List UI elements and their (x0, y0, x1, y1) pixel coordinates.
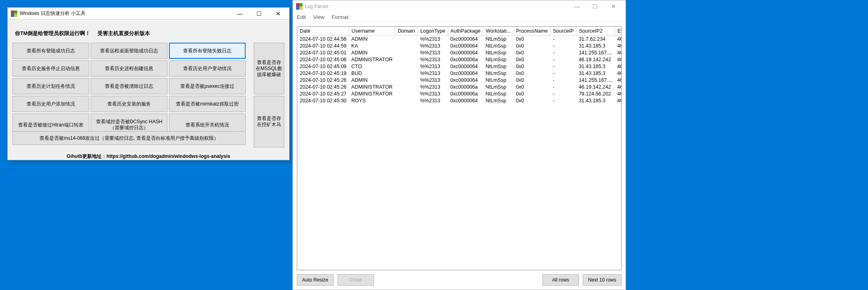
maximize-button[interactable]: ☐ (253, 10, 265, 18)
table-cell: 4625 (615, 49, 622, 56)
table-cell: - (550, 56, 576, 63)
column-header[interactable]: EventID (615, 27, 622, 35)
btn-process-create[interactable]: 查看历史进程创建信息 (91, 60, 167, 77)
column-header[interactable]: Date (297, 27, 349, 35)
table-cell: 31.7.62.234 (576, 35, 615, 42)
app-icon (296, 3, 303, 10)
btn-user-changes[interactable]: 查看历史用户变动情况 (169, 60, 246, 77)
table-cell: - (550, 97, 576, 104)
column-header[interactable]: Workstati... (483, 27, 513, 35)
table-cell: 0x0 (513, 83, 551, 90)
all-rows-button[interactable]: All rows (542, 274, 579, 286)
table-cell: 2024-07-10 02:45:30 (297, 97, 349, 104)
table-cell: - (550, 42, 576, 49)
menu-format[interactable]: Format (332, 14, 348, 20)
log-analyzer-window: Windows 日志快速分析 小工具 — ☐ ✕ 你TM倒是给管理员权限运行啊！… (7, 7, 290, 160)
table-cell: - (550, 83, 576, 90)
table-cell: - (550, 63, 576, 70)
column-header[interactable]: LogonType (417, 27, 448, 35)
table-row[interactable]: 2024-07-10 02:45:19BUD%%23130xc0000064Nt… (297, 70, 622, 77)
btn-mining-trojan[interactable]: 查看是否存在挖矿木马 (254, 96, 284, 147)
window-title: Log Parser (305, 4, 568, 9)
table-cell: NtLmSsp (483, 49, 513, 56)
btn-rdp-login-success[interactable]: 查看远程桌面登陆成功日志 (91, 43, 167, 59)
table-cell: 0x0 (513, 49, 551, 56)
table-cell: 0x0 (513, 77, 551, 83)
column-header[interactable]: ProcessName (513, 27, 551, 35)
minimize-button[interactable]: — (568, 1, 586, 12)
table-cell: NtLmSsp (483, 77, 513, 83)
titlebar[interactable]: Windows 日志快速分析 小工具 — ☐ ✕ (8, 8, 289, 20)
table-cell: - (550, 49, 576, 56)
btn-ms14-068[interactable]: 查看是否被ms14-068攻击过（需要域控日志, 查看是否向标准用户授予高级别权… (13, 131, 246, 145)
table-cell: 2024-07-10 02:45:19 (297, 70, 349, 77)
table-cell: 0xc0000064 (448, 49, 483, 56)
table-cell: - (550, 35, 576, 42)
table-cell: 4625 (615, 83, 622, 90)
btn-mimikatz[interactable]: 查看是否被mimikatz抓取过密 (169, 96, 246, 112)
btn-service-startstop[interactable]: 查看历史服务停止启动信息 (13, 60, 89, 77)
table-cell: 0xc0000064 (448, 63, 483, 70)
table-cell: %%2313 (417, 70, 448, 77)
btn-login-success[interactable]: 查看所有登陆成功日志 (13, 43, 89, 59)
table-cell: 0x0 (513, 35, 551, 42)
table-cell (395, 90, 417, 97)
table-row[interactable]: 2024-07-10 02:45:27ADMINISTRATOR%%23130x… (297, 90, 622, 97)
minimize-button[interactable]: — (234, 10, 246, 18)
table-cell: KA (349, 42, 395, 49)
close-button[interactable]: ✕ (604, 1, 622, 12)
table-row[interactable]: 2024-07-10 02:45:01ADMIN%%23130xc0000064… (297, 49, 622, 56)
column-header[interactable]: Username (349, 27, 395, 35)
btn-psexec[interactable]: 查看是否被psexec连接过 (169, 78, 246, 94)
table-cell: 4625 (615, 35, 622, 42)
table-row[interactable]: 2024-07-10 02:45:26ADMIN%%23130xc0000064… (297, 77, 622, 83)
next-10-rows-button[interactable]: Next 10 rows (583, 274, 622, 286)
table-cell: 4625 (615, 70, 622, 77)
table-cell: BUD (349, 70, 395, 77)
btn-login-fail[interactable]: 查看所有登陆失败日志 (169, 43, 246, 59)
github-url[interactable]: https://github.com/dogadmin/windodws-log… (106, 153, 230, 159)
table-cell: 4625 (615, 90, 622, 97)
app-icon (11, 10, 17, 17)
maximize-button[interactable]: ☐ (586, 1, 604, 12)
table-cell: 46.19.142.242 (576, 56, 615, 63)
column-header[interactable]: SourceIP (550, 27, 576, 35)
close-button[interactable]: ✕ (272, 10, 284, 18)
btn-log-cleared[interactable]: 查看是否被清除过日志 (91, 78, 167, 94)
table-cell: NtLmSsp (483, 70, 513, 77)
table-row[interactable]: 2024-07-10 02:45:09CTO%%23130xc0000064Nt… (297, 63, 622, 70)
table-cell: 0xc0000064 (448, 77, 483, 83)
btn-mssql-brute[interactable]: 查看是否存在MSSQL数据库被爆破 (254, 43, 284, 94)
table-cell: - (550, 90, 576, 97)
table-cell (395, 42, 417, 49)
menu-view[interactable]: View (313, 14, 324, 20)
auto-resize-button[interactable]: Auto Resize (297, 274, 334, 286)
table-cell: 2024-07-10 02:45:09 (297, 63, 349, 70)
menu-edit[interactable]: Edit (297, 14, 306, 20)
btn-installed-services[interactable]: 查看历史安装的服务 (91, 96, 167, 112)
table-cell: NtLmSsp (483, 56, 513, 63)
column-header[interactable]: AuthPackage (448, 27, 483, 35)
table-row[interactable]: 2024-07-10 02:45:26ADMINISTRATOR%%23130x… (297, 83, 622, 90)
table-row[interactable]: 2024-07-10 02:44:59KA%%23130xc0000064NtL… (297, 42, 622, 49)
table-cell: 0x0 (513, 42, 551, 49)
table-cell: 2024-07-10 02:45:27 (297, 90, 349, 97)
log-table-container[interactable]: DateUsernameDomainLogonTypeAuthPackageWo… (297, 26, 622, 270)
table-cell: NtLmSsp (483, 42, 513, 49)
column-header[interactable]: Domain (395, 27, 417, 35)
btn-scheduled-tasks[interactable]: 查看历史计划任务情况 (13, 78, 89, 94)
btn-user-add[interactable]: 查看历史用户添加情况 (13, 96, 89, 112)
table-row[interactable]: 2024-07-10 02:45:30ROYS%%23130xc0000064N… (297, 97, 622, 104)
table-cell: 31.43.185.3 (576, 42, 615, 49)
table-cell: NtLmSsp (483, 35, 513, 42)
table-cell: 2024-07-10 02:45:26 (297, 77, 349, 83)
table-cell: 0xc0000064 (448, 35, 483, 42)
table-row[interactable]: 2024-07-10 02:45:06ADMINISTRATOR%%23130x… (297, 56, 622, 63)
table-cell: 31.43.185.3 (576, 63, 615, 70)
column-header[interactable]: SourceIP2 (576, 27, 615, 35)
close-list-button[interactable]: Close (338, 274, 374, 286)
table-row[interactable]: 2024-07-10 02:44:56ADMIN%%23130xc0000064… (297, 35, 622, 42)
titlebar[interactable]: Log Parser — ☐ ✕ (293, 0, 626, 12)
table-cell (395, 97, 417, 104)
table-cell: 0x0 (513, 56, 551, 63)
